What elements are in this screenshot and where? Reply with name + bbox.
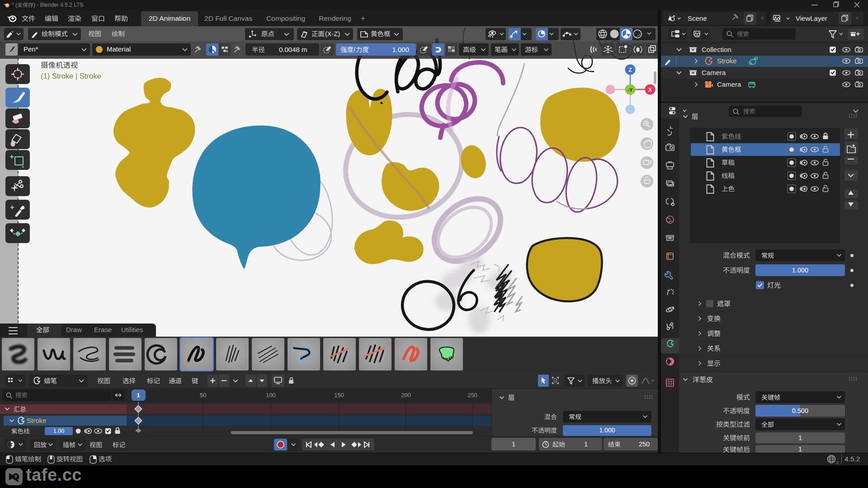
svg-text:2: 2 [836,460,839,465]
svg-text:Z: Z [628,67,632,73]
svg-text:-Y: -Y [628,87,633,93]
